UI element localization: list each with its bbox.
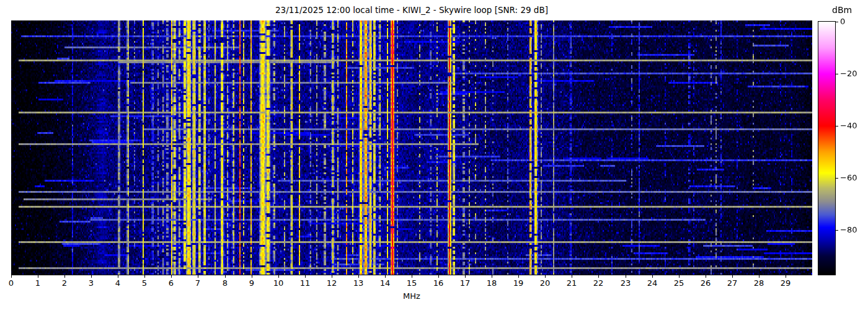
x-tick-label: 14 xyxy=(373,278,397,288)
x-tick-mark xyxy=(91,275,92,278)
x-tick-mark xyxy=(412,275,412,278)
x-tick-mark xyxy=(518,275,519,278)
x-tick-label: 16 xyxy=(426,278,451,288)
x-tick-mark xyxy=(465,275,466,278)
x-tick-mark xyxy=(759,275,760,278)
spectrogram-figure: 23/11/2025 12:00 local time - KIWI_2 - S… xyxy=(0,0,868,310)
x-tick-label: 25 xyxy=(666,278,691,288)
x-tick-label: 27 xyxy=(720,278,745,288)
x-tick-mark xyxy=(706,275,706,278)
x-tick-mark xyxy=(225,275,226,278)
colorbar-tick-label: −40 xyxy=(840,121,857,131)
x-tick-mark xyxy=(118,275,118,278)
x-tick-mark xyxy=(278,275,279,278)
x-tick-label: 11 xyxy=(293,278,317,288)
x-axis-label: MHz xyxy=(11,291,812,301)
colorbar-tick-mark xyxy=(836,230,838,231)
x-tick-mark xyxy=(385,275,386,278)
x-tick-mark xyxy=(572,275,572,278)
x-tick-label: 2 xyxy=(52,278,77,288)
colorbar-gradient xyxy=(818,22,835,275)
x-tick-label: 4 xyxy=(105,278,130,288)
chart-title: 23/11/2025 12:00 local time - KIWI_2 - S… xyxy=(11,4,812,16)
x-tick-mark xyxy=(332,275,332,278)
x-tick-mark xyxy=(652,275,653,278)
x-tick-label: 13 xyxy=(346,278,371,288)
x-tick-label: 15 xyxy=(399,278,424,288)
x-tick-label: 5 xyxy=(132,278,157,288)
colorbar-frame xyxy=(818,21,836,275)
x-tick-label: 17 xyxy=(453,278,477,288)
x-tick-mark xyxy=(358,275,359,278)
x-tick-mark xyxy=(626,275,626,278)
colorbar-tick-label: −80 xyxy=(840,225,857,235)
colorbar-tick-mark xyxy=(836,126,838,126)
x-tick-label: 8 xyxy=(213,278,237,288)
x-tick-mark xyxy=(492,275,492,278)
colorbar-tick-mark xyxy=(836,74,838,74)
x-tick-label: 20 xyxy=(533,278,557,288)
colorbar-unit-label: dBm xyxy=(832,5,852,15)
x-tick-label: 7 xyxy=(185,278,210,288)
x-tick-mark xyxy=(786,275,786,278)
colorbar-tick-mark xyxy=(836,178,838,179)
x-tick-mark xyxy=(198,275,198,278)
x-tick-label: 12 xyxy=(319,278,344,288)
x-tick-label: 6 xyxy=(159,278,184,288)
colorbar-tick-label: −60 xyxy=(840,173,857,183)
x-tick-label: 29 xyxy=(773,278,798,288)
x-tick-label: 22 xyxy=(586,278,611,288)
x-tick-label: 10 xyxy=(266,278,291,288)
x-tick-mark xyxy=(438,275,439,278)
x-tick-label: 0 xyxy=(0,278,24,288)
x-tick-mark xyxy=(64,275,65,278)
x-tick-mark xyxy=(598,275,599,278)
x-tick-mark xyxy=(305,275,306,278)
x-tick-label: 3 xyxy=(79,278,104,288)
colorbar-tick-label: 0 xyxy=(840,17,845,27)
x-tick-label: 9 xyxy=(239,278,264,288)
x-tick-label: 21 xyxy=(559,278,584,288)
x-tick-label: 18 xyxy=(479,278,504,288)
x-tick-label: 28 xyxy=(746,278,771,288)
x-tick-label: 19 xyxy=(506,278,531,288)
x-tick-mark xyxy=(679,275,680,278)
x-tick-label: 23 xyxy=(613,278,638,288)
x-tick-label: 24 xyxy=(640,278,665,288)
x-tick-mark xyxy=(545,275,546,278)
x-tick-mark xyxy=(144,275,145,278)
x-tick-label: 26 xyxy=(693,278,718,288)
spectrogram-canvas xyxy=(11,20,812,275)
x-tick-mark xyxy=(252,275,252,278)
x-tick-mark xyxy=(732,275,733,278)
colorbar-tick-mark xyxy=(836,22,838,22)
colorbar-tick-label: −20 xyxy=(840,69,857,79)
x-tick-mark xyxy=(11,275,12,278)
x-tick-mark xyxy=(38,275,38,278)
x-tick-label: 1 xyxy=(25,278,50,288)
x-tick-mark xyxy=(171,275,172,278)
